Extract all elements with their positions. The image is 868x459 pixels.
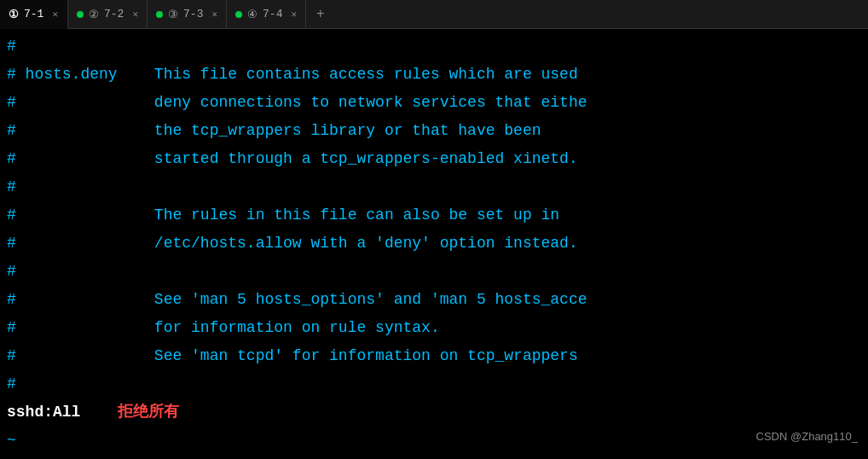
tab-4[interactable]: ④ 7-4 ✕ (227, 0, 306, 29)
tab-1-close[interactable]: ✕ (52, 9, 58, 20)
tab-3-dot (156, 11, 163, 18)
line-9-hash: # (7, 258, 16, 286)
line-10-hash: # (7, 286, 16, 314)
line-15: ~ (0, 427, 868, 455)
tab-3-close[interactable]: ✕ (211, 9, 217, 20)
new-tab-button[interactable]: + (306, 0, 335, 29)
tab-4-number: ④ (247, 8, 258, 21)
line-2-hash: # (7, 61, 16, 89)
tab-2-label: 7-2 (104, 8, 124, 20)
tab-1[interactable]: ① 7-1 ✕ (0, 0, 68, 29)
line-5: # started through a tcp_wrappers-enabled… (0, 145, 868, 173)
tab-3[interactable]: ③ 7-3 ✕ (148, 0, 227, 29)
tab-bar: ① 7-1 ✕ ② 7-2 ✕ ③ 7-3 ✕ ④ 7-4 ✕ + (0, 0, 868, 29)
line-11-hash: # (7, 314, 16, 342)
line-1: # (0, 32, 868, 61)
tab-2-close[interactable]: ✕ (132, 9, 138, 20)
line-12-hash: # (7, 342, 16, 370)
sshd-all-keyword: sshd:All (7, 398, 80, 427)
line-3: # deny connections to network services t… (0, 89, 868, 117)
tab-2[interactable]: ② 7-2 ✕ (68, 0, 148, 29)
editor-area: # # hosts.deny This file contains access… (0, 29, 868, 459)
line-11: # for information on rule syntax. (0, 314, 868, 342)
line-10: # See 'man 5 hosts_options' and 'man 5 h… (0, 286, 868, 314)
line-5-content: started through a tcp_wrappers-enabled x… (16, 145, 578, 173)
line-4-content: the tcp_wrappers library or that have be… (16, 117, 541, 145)
line-3-content: deny connections to network services tha… (16, 89, 587, 117)
line-9: # (0, 258, 868, 286)
line-6: # (0, 173, 868, 201)
line-12: # See 'man tcpd' for information on tcp_… (0, 342, 868, 370)
line-13-hash: # (7, 370, 16, 398)
tab-4-close[interactable]: ✕ (291, 9, 297, 20)
watermark: CSDN @Zhang110_ (756, 422, 858, 450)
line-14-spacing (80, 398, 117, 427)
line-13: # (0, 370, 868, 398)
tab-1-number: ① (9, 8, 19, 21)
tab-4-label: 7-4 (263, 8, 282, 20)
tab-4-dot (235, 11, 242, 18)
line-1-hash: # (7, 32, 16, 61)
line-8: # /etc/hosts.allow with a 'deny' option … (0, 230, 868, 258)
tab-2-dot (77, 11, 84, 18)
line-3-hash: # (7, 89, 16, 117)
line-7: # The rules in this file can also be set… (0, 201, 868, 230)
line-2-content: hosts.deny This file contains access rul… (16, 61, 578, 89)
line-8-hash: # (7, 230, 16, 258)
line-7-hash: # (7, 201, 16, 230)
tab-3-number: ③ (168, 8, 178, 21)
tab-1-label: 7-1 (24, 8, 43, 20)
tilde-symbol: ~ (7, 427, 16, 455)
line-5-hash: # (7, 145, 16, 173)
line-8-content: /etc/hosts.allow with a 'deny' option in… (16, 230, 578, 258)
line-4-hash: # (7, 117, 16, 145)
line-6-hash: # (7, 173, 16, 201)
line-12-content: See 'man tcpd' for information on tcp_wr… (16, 342, 578, 370)
line-10-content: See 'man 5 hosts_options' and 'man 5 hos… (16, 286, 587, 314)
line-4: # the tcp_wrappers library or that have … (0, 117, 868, 145)
line-11-content: for information on rule syntax. (16, 314, 440, 342)
line-7-content: The rules in this file can also be set u… (16, 201, 559, 230)
line-2: # hosts.deny This file contains access r… (0, 61, 868, 89)
line-14: sshd:All 拒绝所有 (0, 398, 868, 427)
tab-3-label: 7-3 (183, 8, 203, 20)
deny-all-chinese: 拒绝所有 (118, 398, 179, 427)
tab-2-number: ② (89, 8, 99, 21)
